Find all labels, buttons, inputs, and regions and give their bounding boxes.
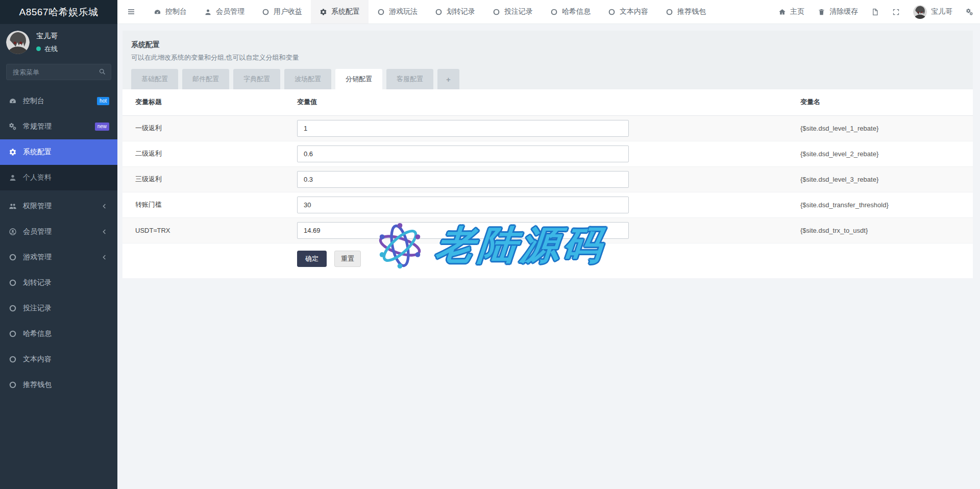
tab[interactable]: 邮件配置 <box>182 69 229 89</box>
home-label: 主页 <box>790 7 804 16</box>
sidebar-item[interactable]: 文本内容 <box>0 347 117 372</box>
user-circle-icon <box>8 228 17 236</box>
circle-icon <box>493 8 500 16</box>
home-icon <box>778 8 786 16</box>
sidebar-item-label: 推荐钱包 <box>23 380 52 389</box>
card-head: 系统配置 可以在此增改系统的变量和分组,也可以自定义分组和变量 基础配置邮件配置… <box>122 31 973 89</box>
topnav-item[interactable]: 用户收益 <box>253 0 311 23</box>
trash-icon <box>818 8 825 16</box>
home-button[interactable]: 主页 <box>772 0 811 23</box>
submit-button[interactable]: 确定 <box>297 251 327 267</box>
circle-icon <box>8 381 17 389</box>
topnav-item[interactable]: 哈希信息 <box>542 0 599 23</box>
table-row: 二级返利{$site.dsd_level_2_rebate} <box>122 141 973 166</box>
sidebar-item[interactable]: 会员管理 <box>0 219 117 244</box>
variable-value-input[interactable] <box>297 120 629 137</box>
tab[interactable]: 基础配置 <box>131 69 178 89</box>
topnav-item[interactable]: 划转记录 <box>426 0 484 23</box>
table-row: USDT≈TRX{$site.dsd_trx_to_usdt} <box>122 217 973 243</box>
tab[interactable]: 字典配置 <box>233 69 280 89</box>
sidebar-item[interactable]: 哈希信息 <box>0 321 117 347</box>
search-input[interactable] <box>6 64 111 80</box>
reset-button[interactable]: 重置 <box>334 251 361 267</box>
gear-icon <box>320 8 327 16</box>
circle-icon <box>550 8 558 16</box>
variable-value-input[interactable] <box>297 171 629 188</box>
variable-value-cell <box>297 166 800 192</box>
clear-cache-button[interactable]: 清除缓存 <box>811 0 865 23</box>
settings-button[interactable] <box>959 0 980 23</box>
topnav-item[interactable]: 投注记录 <box>484 0 542 23</box>
table-row: 一级返利{$site.dsd_level_1_rebate} <box>122 115 973 141</box>
sidebar-item[interactable]: 划转记录 <box>0 270 117 296</box>
circle-icon <box>377 8 385 16</box>
topnav-item-label: 文本内容 <box>620 7 648 16</box>
cogs-icon <box>966 8 973 16</box>
sidebar-item[interactable]: 推荐钱包 <box>0 372 117 398</box>
variable-name: {$site.dsd_transfer_threshold} <box>800 192 973 217</box>
topnav-item[interactable]: 系统配置 <box>311 0 369 23</box>
circle-icon <box>8 355 17 363</box>
sidebar-item-label: 控制台 <box>23 96 44 106</box>
sidebar-item-label: 划转记录 <box>23 278 52 287</box>
hamburger-icon <box>127 8 135 16</box>
sidebar-toggle-button[interactable] <box>117 0 145 23</box>
table-row: 转账门槛{$site.dsd_transfer_threshold} <box>122 192 973 217</box>
config-card: 系统配置 可以在此增改系统的变量和分组,也可以自定义分组和变量 基础配置邮件配置… <box>122 31 973 278</box>
sidebar-item-label: 会员管理 <box>23 227 52 236</box>
sidebar-item[interactable]: 游戏管理 <box>0 244 117 270</box>
topnav-item-label: 会员管理 <box>216 7 244 16</box>
log-button[interactable] <box>865 0 886 23</box>
user-icon <box>204 8 212 16</box>
topnav-item[interactable]: 游戏玩法 <box>369 0 426 23</box>
add-tab-button[interactable]: + <box>437 69 459 89</box>
topnav-items: 控制台会员管理用户收益系统配置游戏玩法划转记录投注记录哈希信息文本内容推荐钱包 <box>145 0 715 23</box>
variable-value-input[interactable] <box>297 145 629 162</box>
sidebar-item-label: 文本内容 <box>23 355 52 364</box>
topnav-item-label: 投注记录 <box>504 7 533 16</box>
sidebar-search <box>6 64 111 80</box>
brand-title: A8567哈希娱乐城 <box>19 6 99 19</box>
sidebar-item[interactable]: 控制台hot <box>0 88 117 114</box>
tachometer-icon <box>154 8 161 16</box>
topnav-item[interactable]: 控制台 <box>145 0 195 23</box>
user-menu[interactable]: 宝儿哥 <box>906 0 959 23</box>
col-header-name: 变量名 <box>800 89 973 115</box>
circle-icon <box>8 304 17 312</box>
topnav-item-label: 系统配置 <box>331 7 360 16</box>
topnav-item[interactable]: 会员管理 <box>195 0 253 23</box>
sidebar-item-label: 个人资料 <box>23 173 52 182</box>
tab[interactable]: 分销配置 <box>335 69 382 89</box>
online-label: 在线 <box>44 44 58 54</box>
online-dot <box>36 46 41 51</box>
variable-value-input[interactable] <box>297 197 629 213</box>
fullscreen-button[interactable] <box>886 0 906 23</box>
brand-logo[interactable]: A8567哈希娱乐城 <box>0 0 117 24</box>
sidebar-item[interactable]: 常规管理new <box>0 114 117 139</box>
main-content: 系统配置 可以在此增改系统的变量和分组,也可以自定义分组和变量 基础配置邮件配置… <box>117 24 980 489</box>
badge-new: new <box>95 123 109 131</box>
circle-icon <box>8 253 17 261</box>
topnav-item[interactable]: 文本内容 <box>599 0 657 23</box>
variable-value-input[interactable] <box>297 222 629 239</box>
cogs-icon <box>8 123 17 131</box>
user-icon <box>8 174 17 182</box>
variable-name: {$site.dsd_level_2_rebate} <box>800 141 973 166</box>
sidebar-user-panel: 宝儿哥 在线 <box>0 24 117 59</box>
variable-title: 二级返利 <box>122 141 297 166</box>
sidebar-user-status: 在线 <box>36 44 58 54</box>
circle-icon <box>262 8 270 16</box>
gear-icon <box>8 148 17 156</box>
sidebar-item[interactable]: 投注记录 <box>0 296 117 321</box>
tab[interactable]: 客服配置 <box>386 69 433 89</box>
sidebar-item[interactable]: 权限管理 <box>0 193 117 219</box>
avatar <box>913 5 927 19</box>
sidebar-item[interactable]: 个人资料 <box>0 165 117 190</box>
tab[interactable]: 波场配置 <box>284 69 331 89</box>
circle-icon <box>8 330 17 338</box>
sidebar-item[interactable]: 系统配置 <box>0 139 117 165</box>
topnav-item-label: 用户收益 <box>274 7 302 16</box>
circle-icon <box>666 8 673 16</box>
table-row: 三级返利{$site.dsd_level_3_rebate} <box>122 166 973 192</box>
topnav-item[interactable]: 推荐钱包 <box>657 0 715 23</box>
